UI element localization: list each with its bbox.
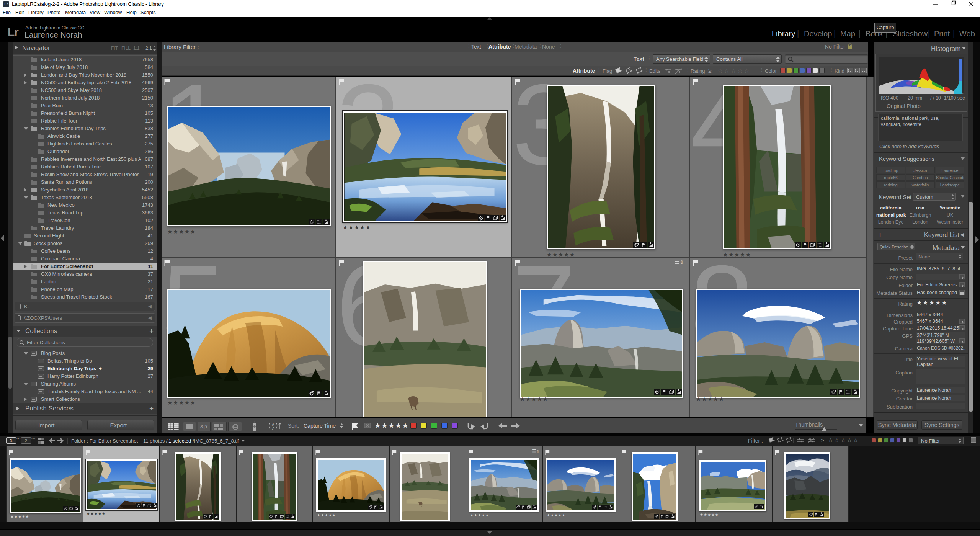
svg-text:Z: Z	[272, 427, 274, 431]
